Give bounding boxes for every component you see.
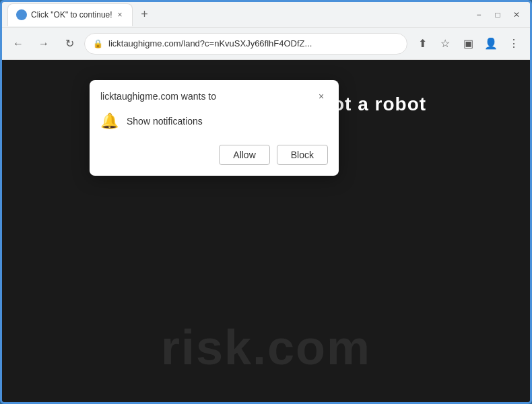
forward-button[interactable]: → bbox=[33, 33, 55, 55]
bell-icon: 🔔 bbox=[100, 112, 119, 130]
nav-actions: ⬆ ☆ ▣ 👤 ⋮ bbox=[411, 33, 525, 55]
dialog-close-button[interactable]: × bbox=[314, 90, 328, 103]
window-controls: − □ ✕ bbox=[471, 7, 525, 23]
menu-button[interactable]: ⋮ bbox=[503, 33, 525, 55]
new-tab-button[interactable]: + bbox=[135, 5, 154, 24]
maximize-button[interactable]: □ bbox=[490, 7, 506, 23]
dialog-actions: Allow Block bbox=[90, 139, 339, 176]
profile-button[interactable]: 👤 bbox=[480, 33, 502, 55]
dialog-header: licktaughigme.com wants to × bbox=[90, 80, 339, 110]
tab-close-button[interactable]: × bbox=[117, 10, 124, 20]
dialog-description: Show notifications bbox=[127, 116, 203, 127]
page-content: Click are not a robot risk.com licktaugh… bbox=[2, 60, 530, 402]
address-bar[interactable]: 🔒 licktaughigme.com/land?c=nKvuSXJy66flh… bbox=[84, 33, 407, 55]
minimize-button[interactable]: − bbox=[471, 7, 487, 23]
refresh-button[interactable]: ↻ bbox=[59, 33, 80, 55]
dialog-body: 🔔 Show notifications bbox=[90, 110, 339, 139]
tab-favicon bbox=[16, 9, 27, 20]
share-button[interactable]: ⬆ bbox=[411, 33, 433, 55]
active-tab[interactable]: Click "OK" to continue! × bbox=[7, 3, 133, 26]
tab-strip: Click "OK" to continue! × + bbox=[7, 3, 467, 26]
block-button[interactable]: Block bbox=[277, 145, 328, 165]
allow-button[interactable]: Allow bbox=[219, 145, 269, 165]
bookmark-button[interactable]: ☆ bbox=[434, 33, 456, 55]
lock-icon: 🔒 bbox=[93, 39, 103, 48]
dialog-title: licktaughigme.com wants to bbox=[100, 91, 216, 102]
sidebar-button[interactable]: ▣ bbox=[457, 33, 479, 55]
watermark: risk.com bbox=[161, 320, 371, 375]
close-button[interactable]: ✕ bbox=[508, 7, 525, 23]
nav-bar: ← → ↻ 🔒 licktaughigme.com/land?c=nKvuSXJ… bbox=[2, 28, 530, 60]
tab-title: Click "OK" to continue! bbox=[31, 10, 112, 20]
back-button[interactable]: ← bbox=[7, 33, 29, 55]
address-text: licktaughigme.com/land?c=nKvuSXJy66flhF4… bbox=[108, 38, 399, 48]
title-bar: Click "OK" to continue! × + − □ ✕ bbox=[2, 2, 530, 28]
notification-dialog: licktaughigme.com wants to × 🔔 Show noti… bbox=[90, 80, 339, 176]
